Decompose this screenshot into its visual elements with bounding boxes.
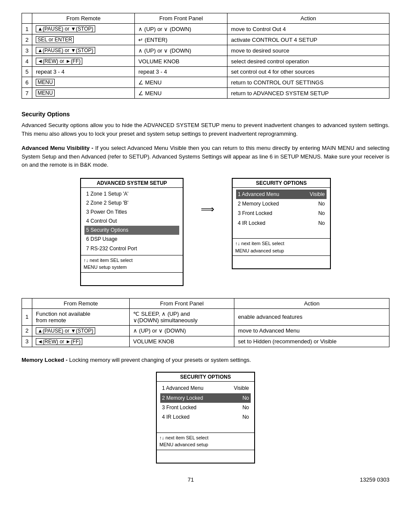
bottom-sec-footer: ↑↓ next item SEL select MENU advanced se… xyxy=(157,432,254,450)
table-row-panel: ∠ MENU xyxy=(135,77,227,88)
top-table-body: 1▲(PAUSE) or ▼(STOP)∧ (UP) or ∨ (DOWN)mo… xyxy=(22,24,389,99)
table-row-num: 4 xyxy=(22,56,32,67)
table-row-panel: repeat 3 - 4 xyxy=(135,67,227,77)
table-row-num: 1 xyxy=(22,308,32,325)
table-row-action: set to Hidden (recommended) or Visible xyxy=(234,336,389,347)
table-row-remote: ▲(PAUSE) or ▼(STOP) xyxy=(32,45,135,56)
right-sec-title: SECURITY OPTIONS xyxy=(233,179,330,188)
page-number: 71 xyxy=(187,476,193,483)
menu-item: 2 Zone 2 Setup 'B' xyxy=(84,199,179,208)
body-paragraph-1: Advanced Security options allow you to h… xyxy=(22,121,389,138)
table-row-panel: ∧ (UP) or ∨ (DOWN) xyxy=(135,45,227,56)
menu-item: 5 Security Options xyxy=(84,226,179,235)
second-table: From Remote From Front Panel Action 1Fun… xyxy=(22,298,389,347)
table-row-action: return to ADVANCED SYSTEM SETUP xyxy=(227,88,389,99)
table-row-remote: ◄(REW) or ►(FF) xyxy=(32,56,135,67)
page-footer: 71 13259 0303 xyxy=(22,476,389,483)
table-row-remote: repeat 3 - 4 xyxy=(32,67,135,77)
table-row-action: return to CONTROL OUT SETTINGS xyxy=(227,77,389,88)
bottom-footer-line1: ↑↓ next item SEL select xyxy=(159,434,252,442)
table-row-panel: ↵ (ENTER) xyxy=(135,34,227,45)
right-arrow-icon: ⟹ xyxy=(201,204,215,215)
table-row-num: 2 xyxy=(22,325,32,336)
table-row-action: select desired control operation xyxy=(227,56,389,67)
right-footer-line1: ↑↓ next item SEL select xyxy=(235,240,327,247)
right-sec-footer-bottom xyxy=(233,255,330,268)
bottom-sec-box: SECURITY OPTIONS 1 Advanced MenuVisible2… xyxy=(156,372,255,464)
t2-col-num xyxy=(22,298,32,308)
col-header-remote: From Remote xyxy=(32,13,135,24)
menu-item: 1 Zone 1 Setup 'A' xyxy=(84,190,179,199)
bottom-sec-footer-bottom xyxy=(157,450,254,463)
table-row-remote: SEL or ENTER xyxy=(32,34,135,45)
right-sec-footer: ↑↓ next item SEL select MENU advanced se… xyxy=(233,238,330,255)
right-footer-line2: MENU advanced setup xyxy=(235,247,327,255)
body-paragraph-2: Advanced Menu Visibility - If you select… xyxy=(22,144,389,169)
table-row-num: 2 xyxy=(22,34,32,45)
menu-item: 7 RS-232 Control Port xyxy=(84,244,179,253)
left-menu-box: ADVANCED SYSTEM SETUP 1 Zone 1 Setup 'A'… xyxy=(80,178,184,286)
bottom-sec-spacer xyxy=(157,424,254,432)
bottom-diagram: SECURITY OPTIONS 1 Advanced MenuVisible2… xyxy=(22,372,389,464)
table-row-panel: VOLUME KNOB xyxy=(129,336,234,347)
memory-locked-lead: Memory Locked - xyxy=(22,357,68,363)
top-table: From Remote From Front Panel Action 1▲(P… xyxy=(22,13,389,99)
t2-col-remote: From Remote xyxy=(32,298,130,308)
sec-item: 1 Advanced MenuVisible xyxy=(236,190,327,199)
table-row-num: 7 xyxy=(22,88,32,99)
bottom-sec-body: 1 Advanced MenuVisible2 Memory LockedNo3… xyxy=(157,382,254,424)
table-row-remote: ▲(PAUSE) or ▼(STOP) xyxy=(32,24,135,34)
table-row-panel: ∠ MENU xyxy=(135,88,227,99)
right-sec-box: SECURITY OPTIONS 1 Advanced MenuVisible2… xyxy=(232,178,331,270)
sec-item: 4 IR LockedNo xyxy=(236,218,327,228)
table-row-action: enable advanced features xyxy=(234,308,389,325)
table-row-remote: MENU xyxy=(32,77,135,88)
left-footer-line1: ↑↓ next item SEL select xyxy=(84,257,180,264)
left-menu-footer: ↑↓ next item SEL select MENU setup syste… xyxy=(81,255,183,272)
menu-item: 3 Power On Titles xyxy=(84,208,179,217)
memory-locked-para: Memory Locked - Locking memory will prev… xyxy=(22,356,389,364)
table-row-num: 6 xyxy=(22,77,32,88)
table-row-num: 3 xyxy=(22,45,32,56)
table-row-num: 1 xyxy=(22,24,32,34)
table-row-remote: Function not available from remote xyxy=(32,308,130,325)
table-row-remote: ◄(REW) or ►(FF) xyxy=(32,336,130,347)
sec-item: 3 Front LockedNo xyxy=(160,403,251,412)
sec-item: 4 IR LockedNo xyxy=(160,412,251,422)
memory-locked-rest: Locking memory will prevent changing of … xyxy=(68,357,251,363)
col-header-panel: From Front Panel xyxy=(135,13,227,24)
second-table-body: 1Function not available from remote℃ SLE… xyxy=(22,308,389,347)
sec-item: 2 Memory LockedNo xyxy=(160,393,251,403)
table-row-panel: VOLUME KNOB xyxy=(135,56,227,67)
left-menu-title: ADVANCED SYSTEM SETUP xyxy=(81,179,183,188)
diagram-arrow: ⟹ xyxy=(201,178,215,215)
menu-item: 6 DSP Usage xyxy=(84,235,179,244)
table-row-panel: ∧ (UP) or ∨ (DOWN) xyxy=(135,24,227,34)
t2-col-panel: From Front Panel xyxy=(129,298,234,308)
table-row-action: move to desired source xyxy=(227,45,389,56)
doc-number: 13259 0303 xyxy=(360,476,389,483)
table-row-num: 3 xyxy=(22,336,32,347)
diagram-area: ADVANCED SYSTEM SETUP 1 Zone 1 Setup 'A'… xyxy=(22,178,389,286)
table-row-remote: ▲(PAUSE) or ▼(STOP) xyxy=(32,325,130,336)
right-sec-body: 1 Advanced MenuVisible2 Memory LockedNo3… xyxy=(233,188,330,230)
left-footer-line2: MENU setup system xyxy=(84,264,180,271)
bold-lead-visibility: Advanced Menu Visibility - xyxy=(22,145,93,151)
col-header-action: Action xyxy=(227,13,389,24)
menu-item: 4 Control Out xyxy=(84,217,179,226)
section-title: Security Options xyxy=(22,111,389,118)
bottom-footer-line2: MENU advanced setup xyxy=(159,441,252,448)
table-row-action: activate CONTROL OUT 4 SETUP xyxy=(227,34,389,45)
col-header-num xyxy=(22,13,32,24)
bottom-sec-title: SECURITY OPTIONS xyxy=(157,373,254,382)
table-row-num: 5 xyxy=(22,67,32,77)
sec-item: 1 Advanced MenuVisible xyxy=(160,383,251,393)
left-menu-footer-bottom xyxy=(81,272,183,285)
table-row-panel: ℃ SLEEP, ∧ (UP) and ∨(DOWN) simultaneous… xyxy=(129,308,234,325)
sec-spacer xyxy=(233,230,330,238)
left-menu-body: 1 Zone 1 Setup 'A'2 Zone 2 Setup 'B'3 Po… xyxy=(81,188,183,255)
table-row-panel: ∧ (UP) or ∨ (DOWN) xyxy=(129,325,234,336)
table-row-action: set control out 4 for other sources xyxy=(227,67,389,77)
sec-item: 3 Front LockedNo xyxy=(236,208,327,218)
table-row-action: move to Advanced Menu xyxy=(234,325,389,336)
